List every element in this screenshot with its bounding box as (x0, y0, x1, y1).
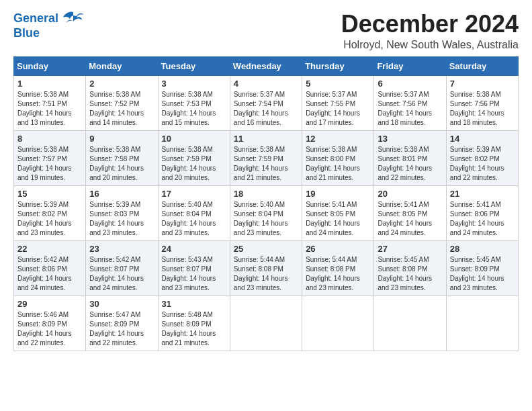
day-info: Sunrise: 5:37 AM Sunset: 7:55 PM Dayligh… (306, 90, 370, 128)
day-info: Sunrise: 5:43 AM Sunset: 8:07 PM Dayligh… (162, 255, 226, 293)
calendar-table: SundayMondayTuesdayWednesdayThursdayFrid… (13, 56, 519, 351)
day-info: Sunrise: 5:38 AM Sunset: 7:52 PM Dayligh… (89, 90, 154, 128)
calendar-header-row: SundayMondayTuesdayWednesdayThursdayFrid… (14, 56, 519, 75)
day-number: 2 (89, 79, 154, 89)
day-number: 17 (162, 189, 226, 199)
day-info: Sunrise: 5:38 AM Sunset: 7:57 PM Dayligh… (17, 145, 82, 183)
day-number: 8 (17, 134, 82, 144)
calendar-cell: 5Sunrise: 5:37 AM Sunset: 7:55 PM Daylig… (302, 75, 374, 130)
day-number: 7 (450, 79, 515, 89)
day-number: 4 (234, 79, 298, 89)
month-title: December 2024 (341, 11, 519, 38)
day-number: 28 (450, 244, 515, 254)
calendar-cell: 7Sunrise: 5:38 AM Sunset: 7:56 PM Daylig… (446, 75, 518, 130)
day-info: Sunrise: 5:48 AM Sunset: 8:09 PM Dayligh… (162, 310, 226, 348)
logo-bird-icon (63, 11, 83, 27)
logo-blue: Blue (13, 27, 83, 40)
calendar-cell (374, 295, 446, 351)
day-info: Sunrise: 5:42 AM Sunset: 8:06 PM Dayligh… (17, 255, 82, 293)
day-info: Sunrise: 5:38 AM Sunset: 7:53 PM Dayligh… (162, 90, 226, 128)
day-info: Sunrise: 5:42 AM Sunset: 8:07 PM Dayligh… (89, 255, 154, 293)
day-info: Sunrise: 5:39 AM Sunset: 8:02 PM Dayligh… (17, 200, 82, 238)
day-number: 21 (450, 189, 515, 199)
column-header-wednesday: Wednesday (230, 56, 302, 75)
day-info: Sunrise: 5:45 AM Sunset: 8:08 PM Dayligh… (378, 255, 442, 293)
calendar-week-row: 8Sunrise: 5:38 AM Sunset: 7:57 PM Daylig… (14, 130, 519, 185)
calendar-cell: 9Sunrise: 5:38 AM Sunset: 7:58 PM Daylig… (86, 130, 158, 185)
calendar-cell: 29Sunrise: 5:46 AM Sunset: 8:09 PM Dayli… (14, 295, 86, 351)
calendar-cell: 22Sunrise: 5:42 AM Sunset: 8:06 PM Dayli… (14, 240, 86, 295)
day-number: 3 (162, 79, 226, 89)
day-number: 26 (306, 244, 370, 254)
calendar-cell: 31Sunrise: 5:48 AM Sunset: 8:09 PM Dayli… (158, 295, 230, 351)
day-number: 10 (162, 134, 226, 144)
day-info: Sunrise: 5:41 AM Sunset: 8:06 PM Dayligh… (450, 200, 515, 238)
day-info: Sunrise: 5:40 AM Sunset: 8:04 PM Dayligh… (234, 200, 298, 238)
calendar-cell: 2Sunrise: 5:38 AM Sunset: 7:52 PM Daylig… (86, 75, 158, 130)
column-header-sunday: Sunday (14, 56, 86, 75)
calendar-cell: 13Sunrise: 5:38 AM Sunset: 8:01 PM Dayli… (374, 130, 446, 185)
calendar-cell: 24Sunrise: 5:43 AM Sunset: 8:07 PM Dayli… (158, 240, 230, 295)
day-info: Sunrise: 5:45 AM Sunset: 8:09 PM Dayligh… (450, 255, 515, 293)
calendar-cell (230, 295, 302, 351)
day-info: Sunrise: 5:46 AM Sunset: 8:09 PM Dayligh… (17, 310, 82, 348)
day-number: 20 (378, 189, 442, 199)
day-number: 16 (89, 189, 154, 199)
day-info: Sunrise: 5:47 AM Sunset: 8:09 PM Dayligh… (89, 310, 154, 348)
calendar-cell: 12Sunrise: 5:38 AM Sunset: 8:00 PM Dayli… (302, 130, 374, 185)
day-number: 27 (378, 244, 442, 254)
day-info: Sunrise: 5:44 AM Sunset: 8:08 PM Dayligh… (234, 255, 298, 293)
calendar-cell: 21Sunrise: 5:41 AM Sunset: 8:06 PM Dayli… (446, 185, 518, 240)
day-number: 30 (89, 299, 154, 309)
day-number: 14 (450, 134, 515, 144)
day-number: 6 (378, 79, 442, 89)
calendar-cell (302, 295, 374, 351)
calendar-cell: 17Sunrise: 5:40 AM Sunset: 8:04 PM Dayli… (158, 185, 230, 240)
calendar-cell: 1Sunrise: 5:38 AM Sunset: 7:51 PM Daylig… (14, 75, 86, 130)
day-number: 15 (17, 189, 82, 199)
day-info: Sunrise: 5:38 AM Sunset: 7:58 PM Dayligh… (89, 145, 154, 183)
calendar-cell: 11Sunrise: 5:38 AM Sunset: 7:59 PM Dayli… (230, 130, 302, 185)
calendar-cell: 19Sunrise: 5:41 AM Sunset: 8:05 PM Dayli… (302, 185, 374, 240)
calendar-cell: 20Sunrise: 5:41 AM Sunset: 8:05 PM Dayli… (374, 185, 446, 240)
logo-general: General (13, 11, 58, 25)
day-number: 31 (162, 299, 226, 309)
day-number: 19 (306, 189, 370, 199)
logo-text: General Blue (13, 11, 83, 40)
day-info: Sunrise: 5:38 AM Sunset: 8:00 PM Dayligh… (306, 145, 370, 183)
day-number: 5 (306, 79, 370, 89)
day-info: Sunrise: 5:38 AM Sunset: 7:59 PM Dayligh… (162, 145, 226, 183)
location-title: Holroyd, New South Wales, Australia (341, 39, 519, 51)
day-info: Sunrise: 5:39 AM Sunset: 8:02 PM Dayligh… (450, 145, 515, 183)
day-info: Sunrise: 5:38 AM Sunset: 7:51 PM Dayligh… (17, 90, 82, 128)
calendar-cell: 28Sunrise: 5:45 AM Sunset: 8:09 PM Dayli… (446, 240, 518, 295)
column-header-monday: Monday (86, 56, 158, 75)
calendar-cell: 14Sunrise: 5:39 AM Sunset: 8:02 PM Dayli… (446, 130, 518, 185)
calendar-cell (446, 295, 518, 351)
calendar-cell: 3Sunrise: 5:38 AM Sunset: 7:53 PM Daylig… (158, 75, 230, 130)
header: General Blue December 2024 Holroyd, New … (13, 11, 519, 51)
calendar-cell: 10Sunrise: 5:38 AM Sunset: 7:59 PM Dayli… (158, 130, 230, 185)
day-number: 11 (234, 134, 298, 144)
day-info: Sunrise: 5:41 AM Sunset: 8:05 PM Dayligh… (306, 200, 370, 238)
day-info: Sunrise: 5:41 AM Sunset: 8:05 PM Dayligh… (378, 200, 442, 238)
day-number: 22 (17, 244, 82, 254)
day-info: Sunrise: 5:44 AM Sunset: 8:08 PM Dayligh… (306, 255, 370, 293)
title-area: December 2024 Holroyd, New South Wales, … (341, 11, 519, 51)
day-number: 1 (17, 79, 82, 89)
calendar-week-row: 1Sunrise: 5:38 AM Sunset: 7:51 PM Daylig… (14, 75, 519, 130)
day-info: Sunrise: 5:37 AM Sunset: 7:56 PM Dayligh… (378, 90, 442, 128)
calendar-week-row: 15Sunrise: 5:39 AM Sunset: 8:02 PM Dayli… (14, 185, 519, 240)
day-number: 24 (162, 244, 226, 254)
day-number: 9 (89, 134, 154, 144)
calendar-cell: 27Sunrise: 5:45 AM Sunset: 8:08 PM Dayli… (374, 240, 446, 295)
calendar-cell: 23Sunrise: 5:42 AM Sunset: 8:07 PM Dayli… (86, 240, 158, 295)
column-header-tuesday: Tuesday (158, 56, 230, 75)
day-info: Sunrise: 5:40 AM Sunset: 8:04 PM Dayligh… (162, 200, 226, 238)
calendar-cell: 26Sunrise: 5:44 AM Sunset: 8:08 PM Dayli… (302, 240, 374, 295)
calendar-cell: 4Sunrise: 5:37 AM Sunset: 7:54 PM Daylig… (230, 75, 302, 130)
calendar-cell: 16Sunrise: 5:39 AM Sunset: 8:03 PM Dayli… (86, 185, 158, 240)
day-number: 25 (234, 244, 298, 254)
column-header-thursday: Thursday (302, 56, 374, 75)
day-info: Sunrise: 5:38 AM Sunset: 7:56 PM Dayligh… (450, 90, 515, 128)
